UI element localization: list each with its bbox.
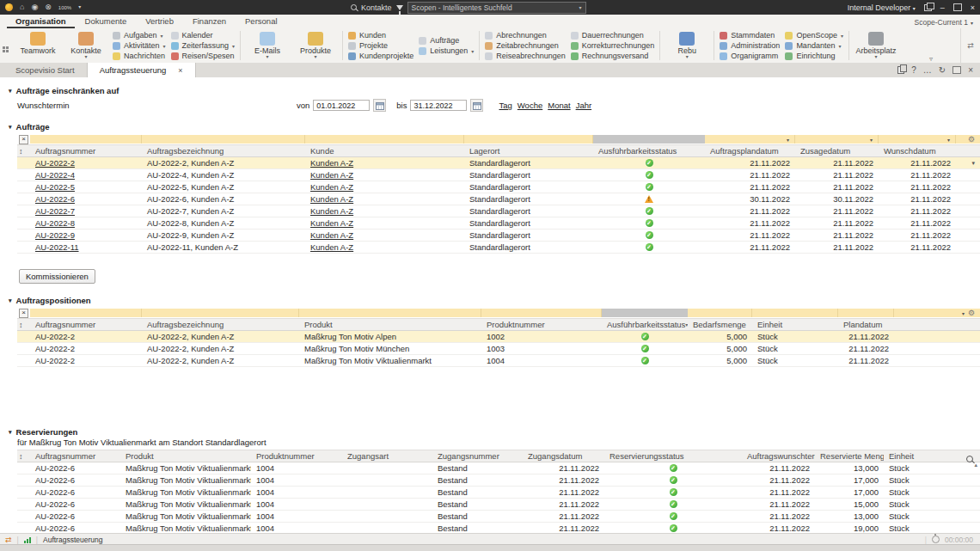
- column-header-einheit[interactable]: Einheit: [884, 451, 927, 461]
- tab-close-icon[interactable]: ×: [178, 66, 182, 75]
- filter-dropdown-icon[interactable]: ▾: [870, 137, 873, 143]
- ribbon-item-rebu[interactable]: Rebu▾: [665, 32, 708, 59]
- column-header-status[interactable]: Ausführbarkeitsstatus: [593, 146, 705, 156]
- ribbon-item-stammdaten[interactable]: Stammdaten: [720, 30, 780, 40]
- clear-filter-button[interactable]: ×: [19, 309, 28, 318]
- table-row[interactable]: AU-2022-6Maßkrug Ton Motiv Viktualienmar…: [17, 511, 980, 523]
- column-header-plan[interactable]: Auftragsplandatum: [705, 146, 795, 156]
- table-row[interactable]: AU-2022-6Maßkrug Ton Motiv Viktualienmar…: [17, 474, 980, 487]
- refresh-icon[interactable]: ↻: [939, 65, 946, 75]
- ribbon-item-zeiterfassung[interactable]: Zeiterfassung▾: [171, 40, 236, 51]
- filter-cell-status[interactable]: [593, 135, 705, 144]
- cell-link[interactable]: Kunden A-Z: [310, 206, 353, 216]
- popout-icon[interactable]: [924, 4, 932, 11]
- column-header-produkt[interactable]: Produkt: [120, 451, 251, 461]
- ribbon-item-kundenprojekte[interactable]: Kundenprojekte: [348, 51, 413, 61]
- duplicate-view-icon[interactable]: [897, 66, 904, 74]
- column-header-nr[interactable]: Auftragsnummer: [30, 451, 120, 461]
- filter-cell-wunschdatum[interactable]: ▾: [879, 135, 956, 144]
- column-header-bedarf[interactable]: Bedarfsmenge: [688, 320, 752, 329]
- column-header-zart[interactable]: Zugangsart: [342, 451, 432, 461]
- column-header-bez[interactable]: Auftragsbezeichnung: [142, 320, 299, 329]
- ribbon-collapse-icon[interactable]: ▿: [929, 55, 933, 63]
- cell-link[interactable]: AU-2022-5: [35, 182, 75, 192]
- quick-access-dropdown-icon[interactable]: ▾: [78, 3, 81, 11]
- ribbon-item-korrekturrechnungen[interactable]: Korrekturrechnungen: [571, 40, 655, 51]
- filter-cell-kunde[interactable]: [305, 135, 464, 144]
- cell-link[interactable]: Kunden A-Z: [310, 182, 353, 192]
- table-row[interactable]: AU-2022-6Maßkrug Ton Motiv Viktualienmar…: [17, 487, 980, 499]
- column-header-einheit[interactable]: Einheit: [752, 320, 838, 329]
- cell-link[interactable]: Kunden A-Z: [310, 170, 353, 180]
- sort-filter-icon[interactable]: ↕: [19, 147, 23, 156]
- ribbon-item-openscope[interactable]: OpenScope▾: [785, 30, 843, 40]
- column-header-nr[interactable]: Auftragsnummer: [30, 146, 142, 156]
- column-header-znr[interactable]: Zugangsnummer: [432, 451, 523, 461]
- table-row[interactable]: AU-2022-9AU-2022-9, Kunden A-ZKunden A-Z…: [17, 230, 980, 242]
- period-link-monat[interactable]: Monat: [548, 101, 570, 110]
- ribbon-item-aufträge[interactable]: Aufträge: [419, 35, 474, 46]
- cell-link[interactable]: Kunden A-Z: [310, 230, 353, 240]
- table-row[interactable]: AU-2022-11AU-2022-11, Kunden A-ZKunden A…: [17, 242, 980, 254]
- collapse-icon[interactable]: ▾: [9, 88, 12, 95]
- search-context-label[interactable]: Kontakte: [361, 3, 392, 12]
- ribbon-item-nachrichten[interactable]: Nachrichten: [113, 51, 166, 61]
- table-row[interactable]: AU-2022-2AU-2022-2, Kunden A-ZMaßkrug To…: [17, 355, 980, 367]
- filter-cell-auftragsplandatum[interactable]: ▾: [705, 135, 795, 144]
- table-search-icon[interactable]: [966, 450, 973, 466]
- column-header-bez[interactable]: Auftragsbezeichnung: [142, 146, 305, 156]
- column-header-zdatum[interactable]: Zugangsdatum: [523, 451, 604, 461]
- column-header-lager[interactable]: Lagerort: [464, 146, 593, 156]
- ribbon-item-produkte[interactable]: Produkte▾: [294, 32, 337, 59]
- global-search-input[interactable]: Scopen - Intelligentes Suchfeld ▾: [407, 2, 586, 14]
- positionen-section-header[interactable]: ▾ Auftragspositionen: [9, 296, 980, 305]
- ribbon-item-aktivitäten[interactable]: Aktivitäten▾: [113, 40, 166, 51]
- filter-cell-produkt[interactable]: [299, 309, 481, 317]
- ribbon-item-organigramm[interactable]: Organigramm: [720, 51, 780, 61]
- ribbon-item-e-mails[interactable]: E-Mails▾: [246, 32, 289, 59]
- cell-link[interactable]: AU-2022-4: [35, 170, 75, 180]
- period-link-tag[interactable]: Tag: [499, 101, 511, 110]
- ribbon-item-abrechnungen[interactable]: Abrechnungen: [485, 30, 566, 40]
- record-icon[interactable]: ◉: [31, 3, 38, 11]
- ribbon-item-mandanten[interactable]: Mandanten▾: [785, 40, 843, 51]
- collapse-icon[interactable]: ▾: [9, 297, 12, 304]
- filter-cell-bedarfsmenge[interactable]: [688, 309, 752, 317]
- minimize-button[interactable]: –: [940, 3, 945, 12]
- filter-section-header[interactable]: ▾ Aufträge einschränken auf: [9, 86, 980, 95]
- ribbon-tab-vertrieb[interactable]: Vertrieb: [137, 15, 182, 28]
- calendar-icon[interactable]: [470, 99, 483, 112]
- row-dropdown-icon[interactable]: ▾: [971, 160, 975, 167]
- clear-filter-button[interactable]: ×: [19, 135, 28, 144]
- ribbon-tab-personal[interactable]: Personal: [236, 15, 286, 28]
- filter-cell-auftragsbezeichnung[interactable]: [142, 135, 305, 144]
- filter-cell-auftragsnummer[interactable]: [30, 135, 142, 144]
- ribbon-item-teamwork[interactable]: Teamwork: [16, 32, 59, 59]
- ribbon-item-reiseabrechnungen[interactable]: Reiseabrechnungen: [485, 51, 566, 61]
- ribbon-item-aufgaben[interactable]: Aufgaben▾: [113, 30, 166, 40]
- cell-link[interactable]: AU-2022-7: [35, 206, 75, 216]
- cell-link[interactable]: AU-2022-6: [35, 194, 75, 204]
- column-header-produkt[interactable]: Produkt: [299, 320, 481, 329]
- cell-link[interactable]: Kunden A-Z: [310, 218, 353, 228]
- column-header-nr[interactable]: Auftragsnummer: [30, 320, 142, 329]
- collapse-icon[interactable]: ▾: [9, 429, 12, 436]
- column-header-status[interactable]: Reservierungsstatus: [604, 451, 742, 461]
- scope-selector[interactable]: Scope-Current 1▾: [915, 18, 973, 27]
- maximize-button[interactable]: [953, 3, 962, 11]
- table-row[interactable]: AU-2022-6AU-2022-6, Kunden A-ZKunden A-Z…: [17, 193, 980, 205]
- sort-filter-icon[interactable]: ↕: [19, 452, 23, 461]
- table-row[interactable]: AU-2022-2AU-2022-2, Kunden A-ZMaßkrug To…: [17, 343, 980, 355]
- more-icon[interactable]: …: [923, 65, 932, 75]
- calendar-icon[interactable]: [373, 99, 386, 112]
- workspace-grid-icon[interactable]: [3, 46, 5, 49]
- close-circle-icon[interactable]: ⊗: [45, 3, 52, 11]
- ribbon-item-leistungen[interactable]: Leistungen▾: [419, 46, 474, 56]
- date-from-input[interactable]: 01.01.2022: [313, 100, 370, 111]
- ribbon-item-zeitabrechnungen[interactable]: Zeitabrechnungen: [485, 40, 566, 51]
- filter-cell-plandatum[interactable]: [838, 309, 894, 317]
- collapse-icon[interactable]: ▾: [9, 124, 12, 131]
- tab-auftragssteuerung[interactable]: Auftragssteuerung×: [87, 63, 196, 77]
- ribbon-item-einrichtung[interactable]: Einrichtung: [785, 51, 843, 61]
- home-icon[interactable]: ⌂: [20, 3, 24, 11]
